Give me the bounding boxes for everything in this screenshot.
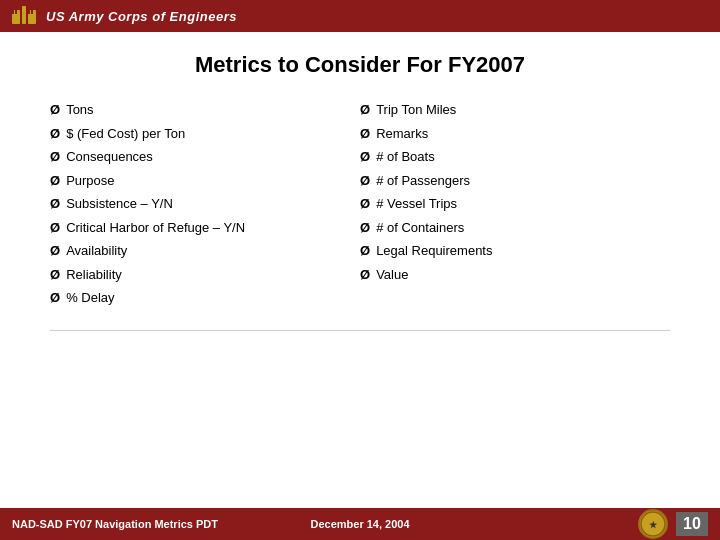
right-metric-item: ØLegal Requirements — [360, 241, 670, 261]
header-bar: US Army Corps of Engineers — [0, 0, 720, 32]
arrow-icon: Ø — [360, 241, 370, 261]
arrow-icon: Ø — [360, 194, 370, 214]
metrics-section: ØTonsØ$ (Fed Cost) per TonØConsequencesØ… — [50, 100, 670, 308]
arrow-icon: Ø — [50, 218, 60, 238]
metric-label: Reliability — [66, 265, 122, 285]
arrow-icon: Ø — [360, 218, 370, 238]
metric-label: % Delay — [66, 288, 114, 308]
arrow-icon: Ø — [50, 265, 60, 285]
metric-label: # of Containers — [376, 218, 464, 238]
page-title: Metrics to Consider For FY2007 — [50, 52, 670, 78]
arrow-icon: Ø — [360, 147, 370, 167]
arrow-icon: Ø — [50, 171, 60, 191]
army-emblem: ★ — [638, 509, 668, 539]
right-metric-item: Ø# of Passengers — [360, 171, 670, 191]
metric-label: Value — [376, 265, 408, 285]
metric-label: Purpose — [66, 171, 114, 191]
svg-rect-6 — [31, 10, 33, 14]
main-content: Metrics to Consider For FY2007 ØTonsØ$ (… — [0, 32, 720, 371]
metric-label: # Vessel Trips — [376, 194, 457, 214]
svg-rect-4 — [15, 10, 17, 14]
right-metric-item: ØValue — [360, 265, 670, 285]
left-metric-item: ØCritical Harbor of Refuge – Y/N — [50, 218, 360, 238]
right-metric-item: Ø# of Containers — [360, 218, 670, 238]
divider — [50, 330, 670, 331]
metric-label: Subsistence – Y/N — [66, 194, 173, 214]
page-number: 10 — [676, 512, 708, 536]
left-metric-item: ØSubsistence – Y/N — [50, 194, 360, 214]
metric-label: $ (Fed Cost) per Ton — [66, 124, 185, 144]
right-metric-item: Ø# of Boats — [360, 147, 670, 167]
svg-rect-3 — [12, 10, 14, 14]
metric-label: Consequences — [66, 147, 153, 167]
arrow-icon: Ø — [50, 124, 60, 144]
footer-emblem: ★ 10 — [638, 509, 708, 539]
arrow-icon: Ø — [50, 288, 60, 308]
right-metric-item: ØRemarks — [360, 124, 670, 144]
metric-label: Critical Harbor of Refuge – Y/N — [66, 218, 245, 238]
metric-label: # of Passengers — [376, 171, 470, 191]
logo — [10, 4, 38, 28]
arrow-icon: Ø — [50, 100, 60, 120]
right-metric-item: ØTrip Ton Miles — [360, 100, 670, 120]
svg-rect-5 — [28, 10, 30, 14]
arrow-icon: Ø — [360, 171, 370, 191]
arrow-icon: Ø — [360, 265, 370, 285]
left-metric-item: Ø$ (Fed Cost) per Ton — [50, 124, 360, 144]
footer-bar: NAD-SAD FY07 Navigation Metrics PDT Dece… — [0, 508, 720, 540]
right-metrics-column: ØTrip Ton MilesØRemarksØ# of BoatsØ# of … — [360, 100, 670, 308]
left-metric-item: ØAvailability — [50, 241, 360, 261]
right-metric-item: Ø# Vessel Trips — [360, 194, 670, 214]
left-metrics-column: ØTonsØ$ (Fed Cost) per TonØConsequencesØ… — [50, 100, 360, 308]
left-metric-item: ØConsequences — [50, 147, 360, 167]
left-metric-item: ØTons — [50, 100, 360, 120]
left-metric-item: Ø% Delay — [50, 288, 360, 308]
metric-label: Tons — [66, 100, 93, 120]
svg-rect-1 — [22, 6, 26, 24]
metric-label: Remarks — [376, 124, 428, 144]
arrow-icon: Ø — [50, 147, 60, 167]
header-title: US Army Corps of Engineers — [46, 9, 237, 24]
arrow-icon: Ø — [360, 100, 370, 120]
left-metric-item: ØReliability — [50, 265, 360, 285]
metric-label: Legal Requirements — [376, 241, 492, 261]
arrow-icon: Ø — [50, 241, 60, 261]
metric-label: # of Boats — [376, 147, 435, 167]
arrow-icon: Ø — [360, 124, 370, 144]
left-metric-item: ØPurpose — [50, 171, 360, 191]
metric-label: Availability — [66, 241, 127, 261]
footer-center-text: December 14, 2004 — [310, 518, 409, 530]
metric-label: Trip Ton Miles — [376, 100, 456, 120]
arrow-icon: Ø — [50, 194, 60, 214]
svg-text:★: ★ — [649, 520, 658, 530]
